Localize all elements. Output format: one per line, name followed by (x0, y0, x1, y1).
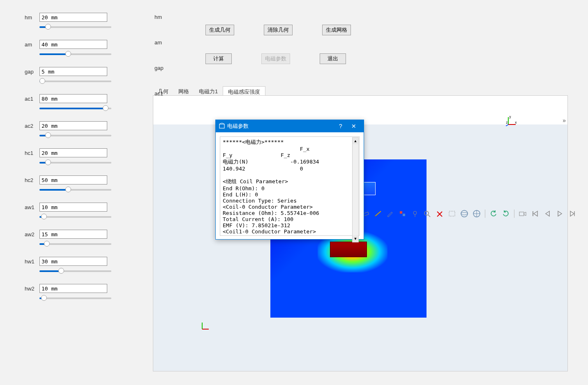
svg-point-16 (413, 211, 417, 214)
param-slider-aw2[interactable] (39, 241, 111, 249)
dialog-help-button[interactable]: ? (334, 123, 347, 129)
param-slider-hw2[interactable] (39, 295, 111, 303)
generate-mesh-button[interactable]: 生成网格 (322, 25, 351, 35)
viewport-toolbar (348, 209, 577, 219)
svg-rect-15 (403, 214, 405, 216)
param-label-hw2: hw2 (25, 286, 39, 292)
param-input-hw2[interactable] (39, 284, 107, 293)
svg-rect-22 (449, 211, 455, 216)
scroll-down-icon[interactable]: ▼ (353, 235, 358, 242)
camera-movie-icon[interactable] (518, 209, 528, 219)
prev-icon[interactable] (542, 209, 552, 219)
svg-line-4 (506, 124, 508, 126)
app-icon (219, 123, 225, 130)
svg-point-18 (424, 211, 429, 215)
dialog-scrollbar[interactable]: ▲ ▼ (352, 137, 359, 242)
refresh-cw-icon[interactable] (501, 209, 511, 219)
param-input-ac1[interactable] (39, 94, 107, 103)
param-label-copy-gap: gap (154, 65, 164, 71)
svg-line-12 (375, 211, 381, 216)
param-label-aw2: aw2 (25, 231, 39, 237)
zoom-icon[interactable] (422, 209, 432, 219)
axis-gizmo: yxz (506, 115, 518, 127)
param-input-ac2[interactable] (39, 121, 107, 130)
svg-rect-14 (400, 211, 402, 214)
svg-text:y: y (509, 115, 511, 119)
svg-point-24 (461, 212, 468, 215)
ruler-icon[interactable] (373, 209, 383, 219)
dialog-close-button[interactable]: ✕ (347, 123, 360, 129)
projection-icon-1[interactable] (459, 209, 469, 219)
param-slider-hc2[interactable] (39, 187, 111, 195)
next-icon[interactable] (567, 209, 577, 219)
param-label-aw1: aw1 (25, 204, 39, 210)
geom-box-lower (330, 242, 367, 257)
param-slider-gap[interactable] (39, 78, 111, 86)
dialog-title: 电磁参数 (227, 122, 334, 130)
param-input-hm[interactable] (39, 13, 107, 22)
param-input-hc1[interactable] (39, 148, 107, 157)
param-input-aw2[interactable] (39, 230, 107, 239)
axis-indicator-small (201, 322, 210, 332)
generate-geometry-button[interactable]: 生成几何 (205, 25, 234, 35)
refresh-ccw-icon[interactable] (489, 209, 498, 219)
param-input-am[interactable] (39, 40, 107, 49)
parameter-panel: hm hmam amgap gapac1 ac1ac2 ac2hc1 hc1hc… (25, 12, 148, 311)
projection-icon-0[interactable] (472, 209, 482, 219)
param-slider-hc1[interactable] (39, 159, 111, 168)
param-slider-hm[interactable] (39, 24, 111, 32)
param-label-copy-am: am (154, 39, 162, 46)
tag-icon[interactable] (398, 209, 408, 219)
more-icon[interactable]: » (563, 117, 566, 124)
dialog-text: ******<电磁力>****** F_x F_y F_z 电磁力(N) -0.… (220, 136, 360, 236)
param-label-hw1: hw1 (25, 258, 39, 265)
param-slider-ac2[interactable] (39, 132, 111, 141)
dialog-titlebar[interactable]: 电磁参数 ? ✕ (216, 120, 364, 132)
svg-line-19 (428, 215, 430, 217)
em-params-button[interactable]: 电磁参数 (261, 53, 290, 64)
param-label-ac2: ac2 (25, 123, 39, 129)
param-label-am: am (25, 41, 39, 48)
svg-text:x: x (515, 121, 517, 124)
param-input-hc2[interactable] (39, 175, 107, 184)
clear-geometry-button[interactable]: 清除几何 (264, 25, 293, 35)
prev-first-icon[interactable] (530, 209, 540, 219)
location-icon[interactable] (410, 209, 420, 219)
param-label-hc2: hc2 (25, 177, 39, 183)
param-slider-aw1[interactable] (39, 214, 111, 222)
param-label-gap: gap (25, 69, 39, 75)
em-params-dialog: 电磁参数 ? ✕ ******<电磁力>****** F_x F_y F_z 电… (215, 120, 364, 240)
svg-point-23 (461, 210, 468, 217)
edit-icon[interactable] (385, 209, 395, 219)
compute-button[interactable]: 计算 (205, 53, 232, 64)
play-icon[interactable] (555, 209, 565, 219)
button-row-2: 计算 电磁参数 退出 (205, 53, 346, 64)
scroll-up-icon[interactable]: ▲ (353, 138, 358, 144)
param-slider-am[interactable] (39, 51, 111, 59)
svg-rect-31 (219, 124, 224, 128)
button-row-1: 生成几何 清除几何 生成网格 (205, 25, 351, 35)
param-input-gap[interactable] (39, 67, 107, 76)
param-input-hw1[interactable] (39, 257, 107, 266)
exit-button[interactable]: 退出 (320, 53, 346, 64)
param-input-aw1[interactable] (39, 203, 107, 212)
param-slider-ac1[interactable] (39, 105, 111, 113)
dialog-body: ******<电磁力>****** F_x F_y F_z 电磁力(N) -0.… (216, 132, 364, 239)
param-slider-hw1[interactable] (39, 268, 111, 276)
param-label-ac1: ac1 (25, 96, 39, 102)
param-label-copy-hm: hm (154, 14, 162, 20)
cancel-icon[interactable] (435, 209, 445, 219)
param-label-hc1: hc1 (25, 150, 39, 156)
svg-rect-28 (519, 212, 524, 216)
select-rect-icon[interactable] (447, 209, 457, 219)
svg-text:z: z (506, 121, 508, 124)
param-label-hm: hm (25, 14, 39, 21)
